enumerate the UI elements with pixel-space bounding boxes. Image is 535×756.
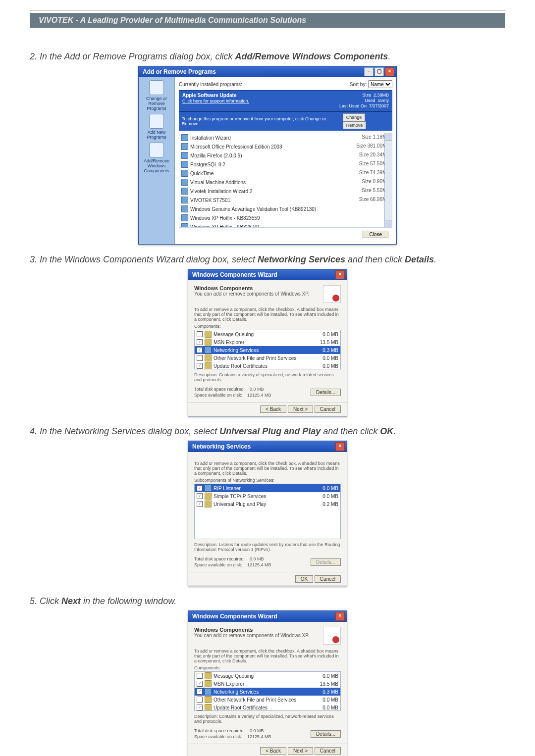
next-button[interactable]: Next > — [288, 747, 313, 755]
selected-program-meta: Size 2.38MB Used rarely Last Used On 7/2… — [339, 93, 389, 109]
change-button[interactable]: Change — [343, 113, 366, 121]
checkbox[interactable] — [197, 681, 203, 687]
sortby-select[interactable]: Name — [368, 80, 392, 88]
list-item[interactable]: QuickTimeSize 74.39MB — [179, 169, 392, 178]
arp-close-button[interactable]: Close — [363, 231, 388, 238]
list-item[interactable]: Other Network File and Print Services0.0… — [195, 696, 340, 704]
back-button[interactable]: < Back — [260, 747, 286, 755]
program-icon — [181, 197, 188, 203]
wiz1-title: Windows Components Wizard — [190, 271, 277, 278]
component-icon — [205, 696, 212, 703]
checkbox[interactable] — [197, 493, 203, 499]
minimize-icon[interactable]: – — [364, 67, 374, 76]
step-5: 5. Click Next in the following window. — [30, 596, 505, 606]
fig-add-remove-programs: Add or Remove Programs – ▢ × Change or R… — [30, 66, 505, 245]
list-item[interactable]: Update Root Certificates0.0 MB — [195, 362, 340, 369]
component-icon — [205, 501, 212, 507]
back-button[interactable]: < Back — [260, 405, 286, 413]
list-item[interactable]: Other Network File and Print Services0.0… — [195, 354, 340, 362]
checkbox[interactable] — [197, 705, 203, 710]
ns-titlebar[interactable]: Networking Services × — [188, 441, 347, 452]
ns-subcomp-label: Subcomponents of Networking Services: — [194, 478, 341, 483]
cancel-button[interactable]: Cancel — [315, 747, 341, 755]
details-button[interactable]: Details... — [311, 730, 341, 738]
arp-selected-program[interactable]: Apple Software Update Click here for sup… — [179, 90, 392, 111]
scroll-down-icon[interactable] — [385, 220, 392, 227]
checkbox[interactable] — [197, 501, 203, 507]
program-icon — [181, 161, 188, 168]
checkbox[interactable] — [197, 673, 203, 679]
windows-logo-icon — [323, 285, 341, 303]
list-item[interactable]: Virtual Machine AdditionsSize 0.90MB — [179, 178, 392, 187]
currently-installed-label: Currently installed programs: — [179, 82, 242, 87]
list-item[interactable]: Windows XP Hotfix - KB823559 — [179, 213, 392, 222]
checkbox[interactable] — [197, 347, 203, 353]
close-icon[interactable]: × — [335, 270, 345, 279]
list-item[interactable]: Installation WizardSize 1.18MB — [179, 133, 392, 142]
checkbox[interactable] — [197, 339, 203, 345]
list-item[interactable]: PostgreSQL 8.2Size 57.50MB — [179, 160, 392, 169]
list-item[interactable]: Update Root Certificates0.0 MB — [195, 704, 340, 711]
add-remove-programs-window: Add or Remove Programs – ▢ × Change or R… — [138, 66, 397, 245]
ns-subcomponents-list[interactable]: RIP Listener0.0 MBSimple TCP/IP Services… — [194, 484, 341, 539]
scrollbar[interactable] — [384, 133, 392, 227]
fig-wizard-1: Windows Components Wizard × Windows Comp… — [30, 269, 505, 416]
list-item[interactable]: Message Queuing0.0 MB — [195, 330, 340, 338]
components-wizard-window-2: Windows Components Wizard × Windows Comp… — [188, 610, 347, 756]
component-icon — [205, 354, 212, 361]
program-icon — [181, 223, 188, 228]
arp-program-list[interactable]: Installation WizardSize 1.18MBMicrosoft … — [179, 133, 392, 228]
next-button[interactable]: Next > — [288, 405, 313, 413]
wiz2-components-list[interactable]: Message Queuing0.0 MBMSN Explorer13.5 MB… — [194, 671, 341, 711]
list-item[interactable]: Networking Services0.3 MB — [195, 688, 340, 696]
arp-titlebar[interactable]: Add or Remove Programs – ▢ × — [139, 66, 396, 77]
wiz2-titlebar[interactable]: Windows Components Wizard × — [188, 611, 347, 622]
list-item[interactable]: Simple TCP/IP Services0.0 MB — [195, 492, 340, 500]
cancel-button[interactable]: Cancel — [315, 575, 341, 583]
checkbox[interactable] — [197, 485, 203, 491]
list-item[interactable]: MSN Explorer13.5 MB — [195, 338, 340, 346]
list-item[interactable]: Vivotek Installation Wizard 2Size 5.50MB — [179, 187, 392, 196]
support-info-link[interactable]: Click here for support information. — [182, 99, 249, 103]
close-icon[interactable]: × — [335, 612, 345, 621]
close-icon[interactable]: × — [385, 67, 394, 76]
checkbox[interactable] — [197, 355, 203, 361]
list-item[interactable]: Universal Plug and Play0.2 MB — [195, 500, 340, 508]
list-item[interactable]: RIP Listener0.0 MB — [195, 484, 340, 492]
list-item[interactable]: Networking Services0.3 MB — [195, 346, 340, 354]
components-wizard-window: Windows Components Wizard × Windows Comp… — [188, 269, 347, 416]
close-icon[interactable]: × — [335, 442, 345, 451]
remove-button[interactable]: Remove — [343, 121, 367, 129]
component-icon — [205, 493, 212, 500]
list-item[interactable]: VIVOTEK ST7501Size 66.96MB — [179, 196, 392, 204]
checkbox[interactable] — [197, 689, 203, 695]
list-item[interactable]: Windows Genuine Advantage Validation Too… — [179, 204, 392, 213]
sidebar-change-remove[interactable]: Change or Remove Programs — [140, 80, 173, 111]
change-remove-hint: To change this program or remove it from… — [182, 116, 343, 126]
details-button[interactable]: Details... — [311, 389, 341, 396]
wiz1-titlebar[interactable]: Windows Components Wizard × — [188, 269, 347, 280]
wiz1-components-list[interactable]: Message Queuing0.0 MBMSN Explorer13.5 MB… — [194, 330, 341, 369]
component-icon — [205, 485, 212, 492]
list-item[interactable]: Mozilla Firefox (2.0.0.6)Size 20.34MB — [179, 151, 392, 160]
wiz2-sub: You can add or remove components of Wind… — [194, 633, 309, 638]
maximize-icon[interactable]: ▢ — [374, 67, 384, 76]
list-item[interactable]: Message Queuing0.0 MB — [195, 672, 340, 680]
checkbox[interactable] — [197, 697, 203, 703]
checkbox[interactable] — [197, 331, 203, 337]
ns-title: Networking Services — [190, 443, 251, 450]
program-icon — [181, 143, 188, 150]
ok-button[interactable]: OK — [295, 575, 313, 583]
checkbox[interactable] — [197, 363, 203, 369]
component-icon — [205, 680, 212, 687]
wiz1-heading: Windows Components — [194, 285, 309, 291]
list-item[interactable]: Microsoft Office Professional Edition 20… — [179, 142, 392, 151]
list-item[interactable]: Windows XP Hotfix - KB828741 — [179, 222, 392, 228]
scroll-up-icon[interactable] — [385, 133, 392, 141]
cancel-button[interactable]: Cancel — [315, 405, 341, 413]
list-item[interactable]: MSN Explorer13.5 MB — [195, 680, 340, 688]
sidebar-add-remove-components[interactable]: Add/Remove Windows Components — [140, 143, 173, 173]
component-icon — [205, 704, 212, 711]
details-button[interactable]: Details... — [311, 558, 341, 566]
sidebar-add-new[interactable]: Add New Programs — [140, 114, 173, 140]
